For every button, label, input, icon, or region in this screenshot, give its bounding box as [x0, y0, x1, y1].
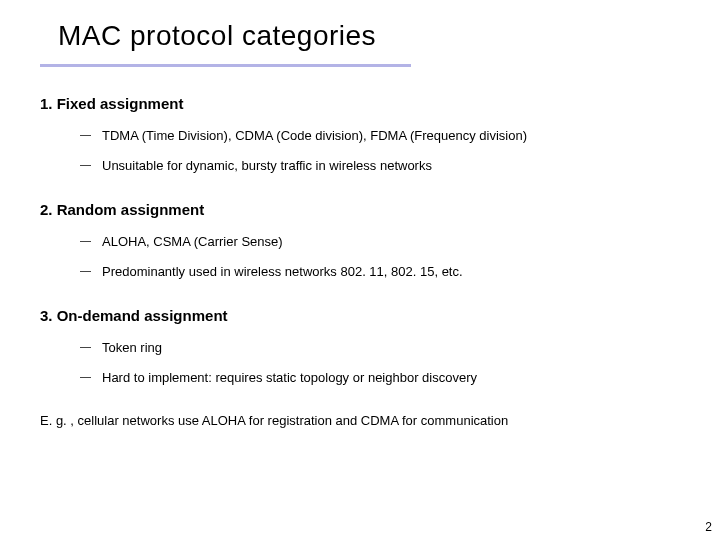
- section-2: 2. Random assignment ALOHA, CSMA (Carrie…: [40, 201, 680, 281]
- section-3: 3. On-demand assignment Token ring Hard …: [40, 307, 680, 387]
- section-list: TDMA (Time Division), CDMA (Code divisio…: [40, 126, 680, 175]
- section-heading: 1. Fixed assignment: [40, 95, 680, 112]
- list-item: Predominantly used in wireless networks …: [80, 262, 680, 282]
- page-number: 2: [705, 520, 712, 534]
- slide: MAC protocol categories 1. Fixed assignm…: [0, 0, 720, 428]
- list-item: Hard to implement: requires static topol…: [80, 368, 680, 388]
- section-heading: 2. Random assignment: [40, 201, 680, 218]
- section-list: ALOHA, CSMA (Carrier Sense) Predominantl…: [40, 232, 680, 281]
- section-heading: 3. On-demand assignment: [40, 307, 680, 324]
- list-item: Unsuitable for dynamic, bursty traffic i…: [80, 156, 680, 176]
- slide-title: MAC protocol categories: [40, 20, 680, 52]
- list-item: ALOHA, CSMA (Carrier Sense): [80, 232, 680, 252]
- section-1: 1. Fixed assignment TDMA (Time Division)…: [40, 95, 680, 175]
- list-item: Token ring: [80, 338, 680, 358]
- list-item: TDMA (Time Division), CDMA (Code divisio…: [80, 126, 680, 146]
- section-list: Token ring Hard to implement: requires s…: [40, 338, 680, 387]
- footnote: E. g. , cellular networks use ALOHA for …: [40, 413, 680, 428]
- title-divider: [40, 64, 411, 67]
